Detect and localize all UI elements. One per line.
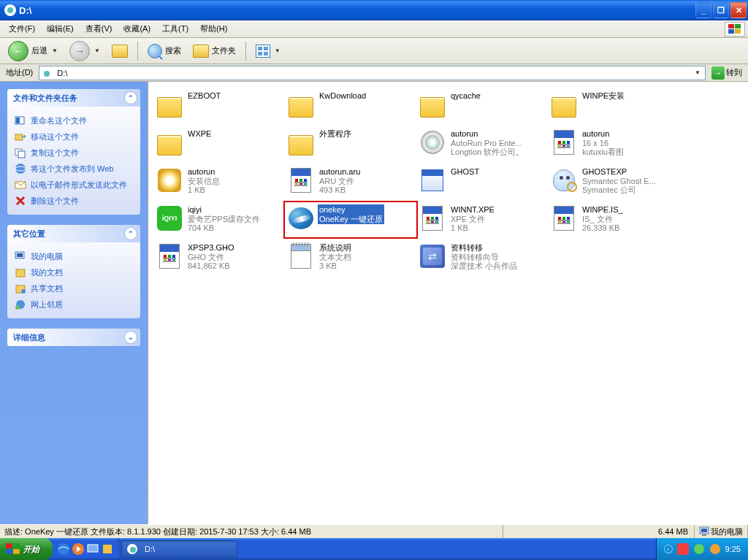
svg-point-32 <box>694 544 704 554</box>
expand-icon[interactable]: ⌄ <box>124 331 137 344</box>
back-icon: ← <box>8 41 28 61</box>
file-name: qycache <box>449 91 482 101</box>
onekey-icon <box>287 204 315 232</box>
my-computer-icon <box>15 250 26 262</box>
clock[interactable]: 9:25 <box>725 545 741 553</box>
place-label: 我的文档 <box>31 267 63 278</box>
address-input[interactable]: D:\ ▼ <box>39 66 706 80</box>
close-button[interactable]: ✕ <box>730 2 747 18</box>
file-name: 资料转移资料转移向导深度技术 小兵作品 <box>449 242 519 272</box>
folders-icon <box>193 45 209 58</box>
task-item[interactable]: 复制这个文件 <box>15 145 133 161</box>
file-tasks-panel: 文件和文件夹任务 ⌃ 重命名这个文件移动这个文件复制这个文件将这个文件发布到 W… <box>7 89 140 215</box>
file-item[interactable]: iQIYIiqiyi爱奇艺PPS缓存文件704 KB <box>154 203 284 237</box>
desktop-icon[interactable] <box>86 542 99 556</box>
file-item[interactable]: WXPE <box>154 127 284 161</box>
place-item[interactable]: 我的文档 <box>15 264 133 280</box>
tray-icon[interactable] <box>693 543 705 555</box>
file-name: WINPE安装 <box>581 91 626 101</box>
system-tray: ‹ 9:25 <box>656 538 748 560</box>
panel-header[interactable]: 文件和文件夹任务 ⌃ <box>7 89 140 107</box>
file-item[interactable]: autorun16 x 16kutuxiu看图 <box>549 127 679 161</box>
email-icon <box>15 179 26 191</box>
file-name: autorun.aruARU 文件493 KB <box>318 166 362 196</box>
app-icon <box>419 166 446 194</box>
forward-button[interactable]: → ▼ <box>64 39 105 64</box>
task-item[interactable]: 重命名这个文件 <box>15 112 133 129</box>
panel-header[interactable]: 其它位置 ⌃ <box>7 225 140 242</box>
task-item[interactable]: 将这个文件发布到 Web <box>15 161 133 177</box>
status-bar: 描述: OneKey 一键还原 文件版本: 8.1.1.930 创建日期: 20… <box>0 524 748 538</box>
client-area: 文件和文件夹任务 ⌃ 重命名这个文件移动这个文件复制这个文件将这个文件发布到 W… <box>0 82 748 524</box>
svg-point-18 <box>15 305 20 310</box>
start-button[interactable]: 开始 <box>0 538 53 560</box>
tray-icon[interactable] <box>709 543 721 555</box>
task-item[interactable]: 删除这个文件 <box>15 193 133 209</box>
separator <box>245 42 246 61</box>
file-item[interactable]: WINPE.IS_IS_ 文件26,339 KB <box>549 203 679 237</box>
file-item[interactable]: autorun.aruARU 文件493 KB <box>286 165 416 199</box>
menu-help[interactable]: 帮助(H) <box>194 22 233 36</box>
up-button[interactable] <box>107 42 133 60</box>
file-list-view[interactable]: EZBOOTKwDownloadqycacheWINPE安装WXPE外置程序au… <box>148 82 748 524</box>
svg-point-9 <box>15 164 26 174</box>
file-item[interactable]: EZBOOT <box>154 89 284 123</box>
task-label: 复制这个文件 <box>31 147 79 158</box>
tray-expand-icon[interactable]: ‹ <box>664 545 673 553</box>
file-item[interactable]: autorun安装信息1 KB <box>154 165 284 199</box>
file-item[interactable]: qycache <box>417 89 547 123</box>
search-button[interactable]: 搜索 <box>142 42 186 61</box>
file-item[interactable]: autorunAutoRun Pro Ente...Longtion 软件公司。 <box>417 127 547 161</box>
place-item[interactable]: 共享文档 <box>15 280 133 296</box>
media-icon[interactable] <box>72 542 85 556</box>
app-icon[interactable] <box>101 542 114 556</box>
menu-view[interactable]: 查看(V) <box>80 22 118 36</box>
go-button[interactable]: → 转到 <box>709 66 745 80</box>
menu-edit[interactable]: 编辑(E) <box>41 22 80 36</box>
taskbar-item-explorer[interactable]: D:\ <box>121 540 237 558</box>
collapse-icon[interactable]: ⌃ <box>124 227 137 240</box>
views-icon <box>256 45 270 58</box>
file-item[interactable]: onekeyOneKey 一键还原 <box>286 203 416 237</box>
separator <box>137 42 138 61</box>
file-item[interactable]: GHOSTEXPSymantec Ghost E...Symantec 公司 <box>549 165 679 199</box>
file-item[interactable]: 系统说明文本文档3 KB <box>286 241 416 275</box>
file-item[interactable]: 资料转移资料转移向导深度技术 小兵作品 <box>417 241 547 275</box>
menu-tools[interactable]: 工具(T) <box>156 22 194 36</box>
tray-icon[interactable] <box>677 543 689 555</box>
folder-icon <box>287 129 315 156</box>
menu-favorites[interactable]: 收藏(A) <box>118 22 156 36</box>
minimize-button[interactable]: _ <box>695 2 711 18</box>
collapse-icon[interactable]: ⌃ <box>124 91 137 104</box>
svg-rect-21 <box>702 534 706 536</box>
task-item[interactable]: 移动这个文件 <box>15 129 133 145</box>
back-button[interactable]: ← 后退 ▼ <box>3 39 63 64</box>
chevron-down-icon: ▼ <box>275 47 280 54</box>
browser-icon[interactable] <box>57 542 70 556</box>
svg-rect-22 <box>6 543 12 548</box>
file-name: GHOSTEXPSymantec Ghost E...Symantec 公司 <box>581 166 657 196</box>
views-button[interactable]: ▼ <box>251 42 286 60</box>
task-item[interactable]: 以电子邮件形式发送此文件 <box>15 177 133 193</box>
gear-icon <box>156 166 183 194</box>
task-label: 将这个文件发布到 Web <box>31 164 113 174</box>
place-item[interactable]: 网上邻居 <box>15 296 133 312</box>
address-dropdown[interactable]: ▼ <box>692 69 703 76</box>
maximize-button[interactable]: ❐ <box>713 2 729 18</box>
panel-header[interactable]: 详细信息 ⌄ <box>7 329 140 346</box>
file-item[interactable]: GHOST <box>417 165 547 199</box>
folders-button[interactable]: 文件夹 <box>188 42 241 60</box>
windows-logo <box>725 22 745 37</box>
file-item[interactable]: XPSP3.GHOGHO 文件841,862 KB <box>154 241 284 275</box>
search-label: 搜索 <box>165 45 181 56</box>
chevron-down-icon: ▼ <box>52 47 58 54</box>
file-item[interactable]: WINNT.XPEXPE 文件1 KB <box>417 203 547 237</box>
toolbar: ← 后退 ▼ → ▼ 搜索 文件夹 ▼ <box>0 38 748 64</box>
file-name: KwDownload <box>318 91 367 101</box>
file-item[interactable]: KwDownload <box>286 89 416 123</box>
place-item[interactable]: 我的电脑 <box>15 248 133 264</box>
file-item[interactable]: WINPE安装 <box>549 89 679 123</box>
menu-file[interactable]: 文件(F) <box>3 22 41 36</box>
file-name: 外置程序 <box>318 129 353 139</box>
file-item[interactable]: 外置程序 <box>286 127 416 161</box>
